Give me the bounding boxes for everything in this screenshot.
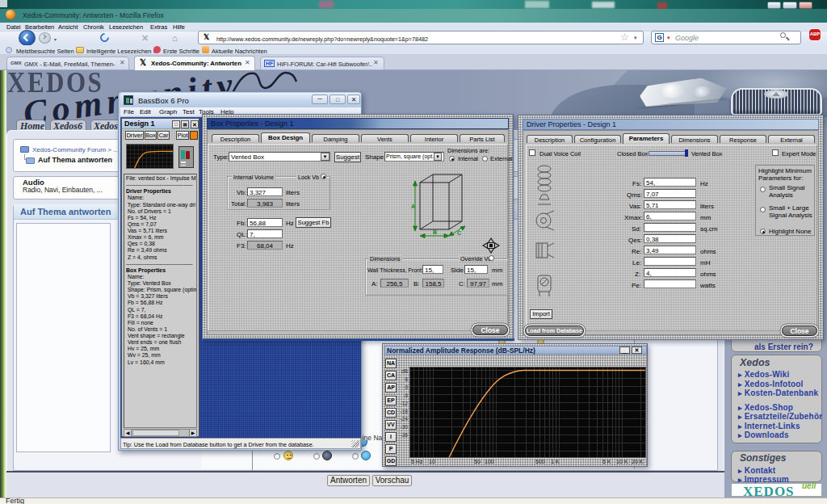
svg-text:B: B <box>433 229 437 235</box>
svg-text:C: C <box>457 230 461 236</box>
svg-text:A: A <box>411 204 415 209</box>
